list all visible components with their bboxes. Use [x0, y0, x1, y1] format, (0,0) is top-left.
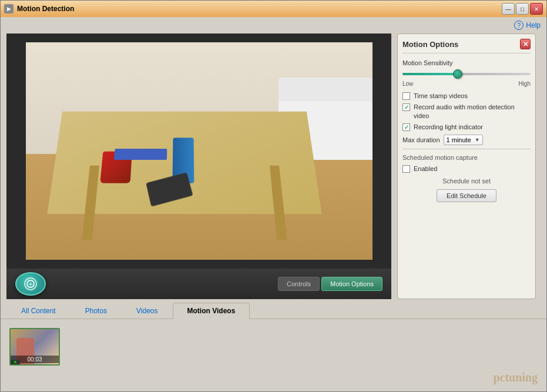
video-row: Controls Motion Options Motion Options ✕… — [1, 33, 546, 299]
tab-all-content[interactable]: All Content — [6, 303, 71, 319]
max-duration-select[interactable]: 1 minute ▼ — [444, 135, 483, 145]
audio-label: Record audio with motion detection video — [414, 103, 531, 120]
maximize-button[interactable]: □ — [516, 3, 529, 15]
timestamp-checkbox[interactable] — [402, 92, 410, 100]
main-window: ▶ Motion Detection — □ ✕ ? Help — [0, 0, 547, 392]
book — [114, 149, 167, 160]
watermark-text: pctuning — [493, 371, 538, 384]
tab-videos[interactable]: Videos — [122, 303, 172, 319]
window-title: Motion Detection — [17, 5, 502, 13]
bottom-section: All Content Photos Videos Motion Videos … — [1, 299, 546, 391]
controls-tab[interactable]: Controls — [278, 277, 320, 291]
close-button[interactable]: ✕ — [530, 3, 543, 15]
slider-fill — [402, 73, 460, 75]
app-icon: ▶ — [4, 4, 14, 14]
timestamp-checkbox-row: Time stamp videos — [402, 92, 531, 100]
panel-close-button[interactable]: ✕ — [520, 39, 531, 49]
max-duration-label: Max duration — [402, 136, 440, 143]
panel-title: Motion Options — [402, 40, 458, 49]
video-controls-bar: Controls Motion Options — [6, 269, 391, 299]
watch — [146, 172, 193, 207]
video-inner — [6, 33, 391, 269]
control-tabs: Controls Motion Options — [278, 277, 382, 291]
slider-background — [402, 73, 531, 75]
recording-light-checkbox-row: Recording light indicator — [402, 123, 531, 131]
recording-light-label: Recording light indicator — [414, 123, 483, 131]
indicator-dot — [14, 361, 16, 363]
audio-checkbox[interactable] — [402, 103, 410, 111]
slider-thumb[interactable] — [453, 69, 462, 79]
help-circle-icon: ? — [514, 21, 523, 30]
motion-options-panel: Motion Options ✕ Motion Sensitivity Low … — [397, 33, 536, 299]
recording-light-checkbox[interactable] — [402, 123, 410, 131]
max-duration-row: Max duration 1 minute ▼ — [402, 135, 531, 145]
help-bar: ? Help — [1, 17, 546, 33]
help-link[interactable]: ? Help — [514, 21, 541, 30]
panel-header: Motion Options ✕ — [402, 39, 531, 53]
slider-low-label: Low — [402, 81, 413, 87]
title-bar-buttons: — □ ✕ — [502, 3, 543, 15]
minimize-button[interactable]: — — [502, 3, 515, 15]
dropdown-arrow-icon: ▼ — [475, 137, 480, 143]
max-duration-value: 1 minute — [447, 136, 471, 143]
title-bar: ▶ Motion Detection — □ ✕ — [1, 1, 546, 17]
tab-motion-videos[interactable]: Motion Videos — [173, 303, 250, 319]
thumbnail-indicator — [11, 360, 20, 364]
tab-photos[interactable]: Photos — [71, 303, 122, 319]
motion-options-tab[interactable]: Motion Options — [321, 277, 382, 291]
video-frame — [6, 33, 391, 269]
main-content: ? Help — [1, 17, 546, 391]
content-area: 00:03 pctuning — [1, 319, 546, 391]
edit-schedule-button[interactable]: Edit Schedule — [437, 189, 496, 202]
record-button[interactable] — [15, 272, 46, 296]
slider-high-label: High — [518, 81, 531, 87]
schedule-section-label: Scheduled motion capture — [402, 154, 531, 161]
sensitivity-label: Motion Sensitivity — [402, 59, 531, 66]
timestamp-label: Time stamp videos — [414, 92, 468, 100]
sensitivity-slider-row: Low High — [402, 69, 531, 87]
schedule-not-set-text: Schedule not set — [402, 177, 531, 185]
help-label: Help — [526, 21, 541, 29]
schedule-enabled-row: Enabled — [402, 165, 531, 173]
video-scene — [26, 42, 373, 260]
schedule-enabled-checkbox[interactable] — [402, 165, 410, 173]
video-thumbnail[interactable]: 00:03 — [9, 328, 60, 366]
schedule-section: Scheduled motion capture Enabled Schedul… — [402, 149, 531, 202]
record-icon — [24, 277, 37, 290]
tab-bar: All Content Photos Videos Motion Videos — [1, 299, 546, 319]
audio-checkbox-row: Record audio with motion detection video — [402, 103, 531, 120]
sensitivity-slider-track[interactable] — [402, 69, 531, 79]
table-surface — [47, 112, 321, 214]
schedule-enabled-label: Enabled — [414, 165, 437, 173]
slider-labels: Low High — [402, 81, 531, 87]
video-container: Controls Motion Options — [6, 33, 391, 299]
